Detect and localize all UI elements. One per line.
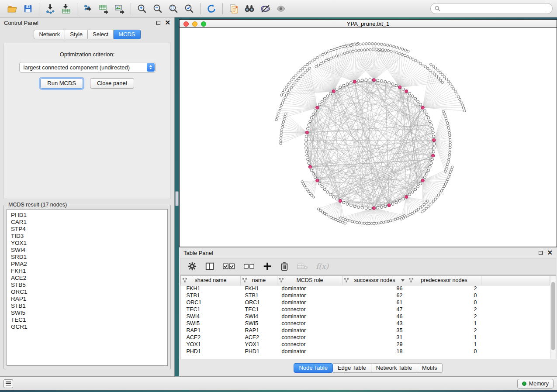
zoom-fit-button[interactable] bbox=[166, 2, 181, 16]
table-panel-title: Table Panel bbox=[183, 250, 213, 256]
save-session-button[interactable] bbox=[20, 2, 36, 16]
table-cell: 18 bbox=[343, 348, 407, 355]
close-table-panel-icon[interactable]: ✕ bbox=[547, 251, 553, 255]
table-row[interactable]: RAP1RAP1dominator352 bbox=[181, 327, 550, 334]
memory-label: Memory bbox=[529, 381, 549, 387]
table-row[interactable]: SWI5SWI5connector431 bbox=[181, 320, 550, 327]
tab-style[interactable]: Style bbox=[65, 30, 88, 39]
memory-button[interactable]: Memory bbox=[517, 379, 554, 389]
list-item[interactable]: SRD1 bbox=[11, 254, 163, 261]
table-cell: 43 bbox=[343, 320, 407, 327]
float-table-panel-icon[interactable] bbox=[539, 251, 543, 255]
table-row[interactable]: STB1STB1dominator620 bbox=[181, 292, 550, 299]
deselect-all-icon[interactable] bbox=[243, 262, 255, 270]
optimization-criterion-label: Optimization criterion: bbox=[60, 51, 115, 58]
table-row[interactable]: PHD1PHD1dominator180 bbox=[181, 348, 550, 355]
list-item[interactable]: ORC1 bbox=[11, 289, 163, 296]
table-settings-gear-icon[interactable] bbox=[187, 261, 197, 271]
tab-mcds[interactable]: MCDS bbox=[114, 30, 140, 39]
column-header-name[interactable]: name bbox=[241, 276, 277, 285]
apply-style-button[interactable] bbox=[257, 2, 273, 16]
table-row[interactable]: ACE2ACE2connector311 bbox=[181, 334, 550, 341]
search-input[interactable] bbox=[443, 5, 548, 12]
tab-node-table[interactable]: Node Table bbox=[294, 363, 333, 373]
table-row[interactable]: FKH1FKH1dominator962 bbox=[181, 285, 550, 292]
table-cell: 1 bbox=[407, 320, 481, 327]
list-item[interactable]: YOX1 bbox=[11, 240, 163, 247]
run-mcds-button[interactable]: Run MCDS bbox=[40, 78, 83, 89]
divider-handle-icon[interactable] bbox=[175, 191, 179, 206]
select-all-icon[interactable] bbox=[222, 262, 235, 271]
list-item[interactable]: PHD1 bbox=[11, 212, 163, 219]
table-cell: YOX1 bbox=[241, 341, 277, 348]
column-type-icon bbox=[242, 278, 247, 282]
zoom-selected-button[interactable] bbox=[181, 2, 197, 16]
list-item[interactable]: ACE2 bbox=[11, 275, 163, 282]
column-header-predecessor-nodes[interactable]: predecessor nodes bbox=[407, 276, 481, 285]
show-hide-button[interactable] bbox=[273, 2, 289, 16]
show-columns-icon[interactable] bbox=[205, 261, 214, 271]
export-network-button[interactable] bbox=[80, 2, 96, 16]
apply-layout-button[interactable] bbox=[204, 2, 219, 16]
tab-edge-table[interactable]: Edge Table bbox=[333, 363, 371, 373]
close-window-icon[interactable] bbox=[183, 21, 189, 27]
list-item[interactable]: RAP1 bbox=[11, 296, 163, 303]
table-scrollbar[interactable] bbox=[550, 276, 556, 359]
import-table-button[interactable] bbox=[58, 2, 74, 16]
panel-menu-button[interactable] bbox=[3, 379, 13, 388]
toolbar-separator bbox=[77, 3, 77, 14]
list-item[interactable]: GCR1 bbox=[11, 323, 163, 330]
table-row[interactable]: SWI4SWI4dominator462 bbox=[181, 313, 550, 320]
zoom-in-button[interactable] bbox=[134, 2, 150, 16]
control-panel-tabbar: NetworkStyleSelectMCDS bbox=[0, 30, 174, 39]
add-column-icon[interactable] bbox=[263, 261, 272, 271]
table-cell: 2 bbox=[407, 313, 481, 320]
delete-column-icon[interactable] bbox=[280, 261, 289, 271]
list-item[interactable]: SWI4 bbox=[11, 247, 163, 254]
list-item[interactable]: TID3 bbox=[11, 233, 163, 240]
close-panel-icon[interactable]: ✕ bbox=[165, 21, 170, 25]
list-item[interactable]: CAR1 bbox=[11, 219, 163, 226]
list-item[interactable]: SWI5 bbox=[11, 309, 163, 316]
list-item[interactable]: STB1 bbox=[11, 303, 163, 309]
list-item[interactable]: FKH1 bbox=[11, 268, 163, 275]
maximize-window-icon[interactable] bbox=[201, 21, 206, 27]
column-header-shared-name[interactable]: shared name bbox=[181, 276, 241, 285]
panel-divider[interactable] bbox=[175, 17, 179, 376]
zoom-selected-icon bbox=[184, 3, 194, 14]
criterion-select[interactable]: largest connected component (undirected) bbox=[19, 62, 156, 72]
close-panel-button[interactable]: Close panel bbox=[90, 78, 134, 89]
tab-network-table[interactable]: Network Table bbox=[371, 363, 417, 373]
tab-network[interactable]: Network bbox=[34, 30, 65, 39]
table-row[interactable]: ORC1ORC1dominator610 bbox=[181, 299, 550, 306]
table-cell: ACE2 bbox=[241, 334, 277, 341]
network-graph bbox=[180, 28, 557, 247]
list-item[interactable]: STP4 bbox=[11, 226, 163, 233]
network-window: YPA_prune.txt_1 bbox=[179, 19, 557, 247]
table-cell: ORC1 bbox=[241, 299, 277, 306]
column-header-successor-nodes[interactable]: successor nodes bbox=[343, 276, 407, 285]
table-row[interactable]: YOX1YOX1connector291 bbox=[181, 341, 550, 348]
tab-motifs[interactable]: Motifs bbox=[417, 363, 443, 373]
float-panel-icon[interactable] bbox=[156, 21, 160, 25]
list-item[interactable]: STB5 bbox=[11, 282, 163, 289]
import-network-button[interactable] bbox=[42, 2, 58, 16]
export-table-button[interactable] bbox=[96, 2, 112, 16]
column-header-mcds-role[interactable]: MCDS role bbox=[277, 276, 343, 285]
export-image-button[interactable] bbox=[112, 2, 128, 16]
table-panel: Table Panel ✕ bbox=[179, 247, 557, 376]
network-canvas[interactable] bbox=[179, 28, 557, 247]
tab-select[interactable]: Select bbox=[88, 30, 114, 39]
search-network-button[interactable] bbox=[242, 2, 257, 16]
open-session-button[interactable] bbox=[4, 2, 20, 16]
copy-style-button[interactable] bbox=[226, 2, 242, 16]
list-item[interactable]: PMA2 bbox=[11, 261, 163, 268]
table-cell: dominator bbox=[277, 299, 343, 306]
table-cell: 62 bbox=[343, 292, 407, 299]
scrollbar-thumb[interactable] bbox=[551, 282, 555, 350]
list-item[interactable]: TEC1 bbox=[11, 316, 163, 323]
table-row[interactable]: TEC1TEC1connector472 bbox=[181, 306, 550, 313]
minimize-window-icon[interactable] bbox=[192, 21, 197, 27]
zoom-out-button[interactable] bbox=[150, 2, 166, 16]
sort-chevron-icon[interactable] bbox=[401, 279, 405, 282]
